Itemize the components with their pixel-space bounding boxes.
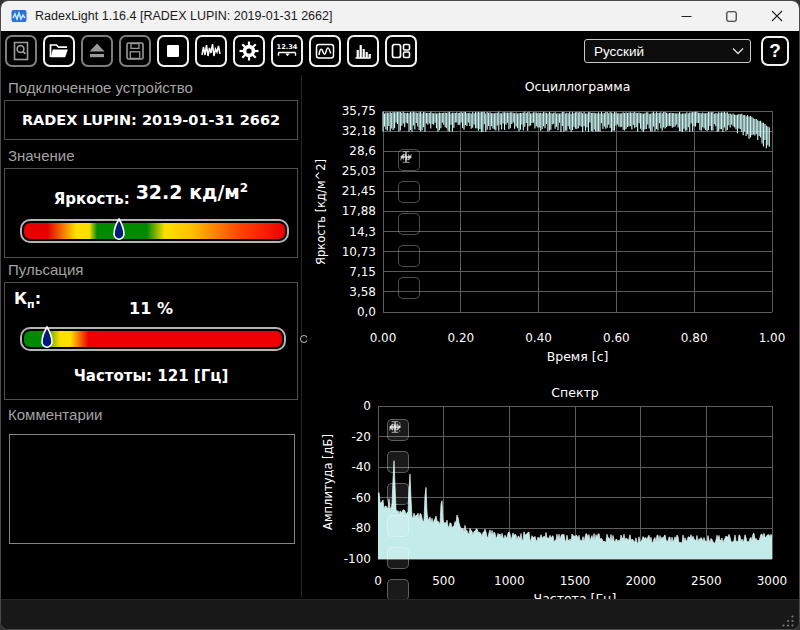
spectrum-view-icon [352, 40, 374, 62]
svg-text:-40: -40 [351, 460, 371, 474]
spectrum-tools [387, 419, 409, 601]
svg-text:32,18: 32,18 [342, 124, 376, 138]
language-select[interactable]: Русский [584, 39, 751, 63]
kp-value: 11 % [5, 299, 297, 318]
svg-text:25,03: 25,03 [342, 164, 376, 178]
svg-text:1000: 1000 [494, 574, 525, 588]
cursor-ibeam-icon [387, 419, 403, 435]
close-button[interactable] [754, 1, 799, 31]
layout-panels-icon [390, 40, 412, 62]
svg-text:10,73: 10,73 [342, 245, 376, 259]
oscillogram-view-button[interactable] [309, 35, 341, 67]
layout-panels-button[interactable] [385, 35, 417, 67]
svg-text:0: 0 [363, 399, 371, 413]
osc-pan-button[interactable] [398, 245, 420, 267]
gear-icon [238, 40, 260, 62]
pulsation-gradient [24, 331, 282, 347]
luminance-label: Яркость: [54, 181, 130, 208]
svg-text:3000: 3000 [757, 574, 788, 588]
svg-text:500: 500 [432, 574, 455, 588]
oscillogram-chart: Осциллограмма Яркость [кд/м^2] 35,7532,1… [307, 79, 797, 379]
oscillogram-plot-area[interactable]: 35,7532,1828,625,0321,4517,8814,310,737,… [307, 79, 797, 379]
spec-fit-curve-button[interactable] [387, 451, 409, 473]
spec-zoom-in-button[interactable] [387, 483, 409, 505]
svg-text:0: 0 [374, 574, 382, 588]
pulsation-section-label: Пульсация [8, 261, 83, 278]
luminance-gradient [24, 223, 285, 239]
value-box: Яркость: 32.2 кд/м2 [4, 168, 298, 258]
svg-text:2000: 2000 [625, 574, 656, 588]
report-preview-icon [10, 40, 32, 62]
minimize-button[interactable] [664, 1, 709, 31]
pulsation-scale-bar [20, 327, 286, 351]
osc-zoom-in-button[interactable] [398, 181, 420, 203]
pulsation-marker-icon [40, 326, 53, 353]
open-file-button[interactable] [43, 35, 75, 67]
cursor-ibeam-icon [398, 149, 414, 165]
waveform-icon [200, 40, 222, 62]
app-logo-icon [11, 8, 27, 24]
svg-text:28,6: 28,6 [349, 144, 376, 158]
spec-cursor-button[interactable] [387, 579, 409, 601]
svg-text:3,58: 3,58 [349, 285, 376, 299]
device-box: RADEX LUPIN: 2019-01-31 2662 [4, 100, 298, 140]
spectrum-plot-area[interactable]: 0-20-40-60-80-10005001000150020002500300… [307, 379, 797, 619]
resize-grip[interactable] [781, 614, 795, 628]
stop-icon [162, 40, 184, 62]
status-bar [1, 599, 799, 630]
stop-measurement-button[interactable] [157, 35, 189, 67]
device-name: RADEX LUPIN: 2019-01-31 2662 [22, 112, 280, 128]
luminance-readout: Яркость: 32.2 кд/м2 [5, 181, 297, 208]
svg-text:-80: -80 [351, 521, 371, 535]
maximize-button[interactable] [709, 1, 754, 31]
svg-text:2500: 2500 [691, 574, 722, 588]
eject-icon [86, 40, 108, 62]
help-button[interactable]: ? [761, 36, 789, 66]
pulsation-box: Кп: 11 % Частоты: 121 [Гц] [4, 282, 298, 400]
luminance-marker-icon [112, 218, 125, 245]
svg-text:-20: -20 [351, 430, 371, 444]
svg-text:1500: 1500 [560, 574, 591, 588]
chevron-down-icon [732, 47, 744, 55]
oscillogram-x-axis-label: Время [с] [383, 349, 772, 364]
spec-pan-button[interactable] [387, 547, 409, 569]
luminance-scale-bar [20, 219, 289, 243]
digital-display-button[interactable]: 12.34 [271, 35, 303, 67]
titlebar: RadexLight 1.16.4 [RADEX LUPIN: 2019-01-… [1, 1, 799, 31]
spectrum-view-button[interactable] [347, 35, 379, 67]
osc-cursor-button[interactable] [398, 277, 420, 299]
svg-text:17,88: 17,88 [342, 204, 376, 218]
settings-button[interactable] [233, 35, 265, 67]
waveform-measure-button[interactable] [195, 35, 227, 67]
svg-text:0.00: 0.00 [370, 331, 397, 345]
osc-zoom-out-button[interactable] [398, 213, 420, 235]
report-preview-button[interactable] [5, 35, 37, 67]
open-folder-icon [48, 40, 70, 62]
svg-text:14,3: 14,3 [349, 225, 376, 239]
svg-text:0,0: 0,0 [357, 305, 376, 319]
window-title: RadexLight 1.16.4 [RADEX LUPIN: 2019-01-… [35, 9, 332, 23]
save-floppy-icon [124, 40, 146, 62]
oscillogram-tools [398, 149, 420, 299]
svg-text:-60: -60 [351, 491, 371, 505]
eject-device-button[interactable] [81, 35, 113, 67]
minimize-icon [681, 11, 692, 22]
digital-display-icon: 12.34 [276, 40, 298, 62]
digital-display-text: 12.34 [277, 43, 298, 51]
frequency-label: Частоты: 121 [Гц] [5, 367, 297, 385]
svg-text:1.00: 1.00 [759, 331, 786, 345]
device-section-label: Подключенное устройство [8, 79, 193, 96]
save-button[interactable] [119, 35, 151, 67]
svg-text:0.20: 0.20 [447, 331, 474, 345]
spec-zoom-out-button[interactable] [387, 515, 409, 537]
svg-text:21,45: 21,45 [342, 184, 376, 198]
svg-text:7,15: 7,15 [349, 265, 376, 279]
spectrum-chart: Спектр Амплитуда [дБ] 0-20-40-60-80-1000… [307, 379, 797, 619]
comments-input[interactable] [9, 434, 295, 544]
maximize-icon [726, 11, 737, 22]
svg-text:-100: -100 [344, 552, 371, 566]
svg-text:0.60: 0.60 [603, 331, 630, 345]
help-button-label: ? [769, 40, 781, 62]
language-select-value: Русский [594, 44, 726, 59]
luminance-value: 32.2 кд/м2 [136, 181, 249, 203]
